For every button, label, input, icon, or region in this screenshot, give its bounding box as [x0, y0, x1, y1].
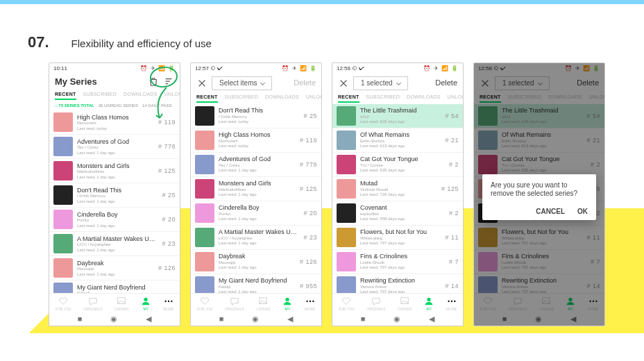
sysnav-recent[interactable]: ■	[361, 314, 366, 324]
series-row[interactable]: Cat Got Your TongueTru / ConnieLast read…	[474, 153, 604, 177]
tab-recent[interactable]: RECENT	[55, 92, 76, 100]
tab-unlocked[interactable]: UNLOCKED	[448, 94, 464, 103]
tab-subscribed[interactable]: SUBSCRIBED	[83, 92, 117, 100]
series-row[interactable]: Flowers, but Not for YouWhiteLattegLast …	[474, 226, 604, 250]
nav-my[interactable]: MY	[424, 296, 434, 311]
series-row[interactable]: Don't Read ThisI Drink MercuryLast read:…	[49, 183, 180, 208]
series-row[interactable]: A Martial Master Wakes Up as…LICO / hoya…	[49, 232, 180, 256]
sysnav-back[interactable]: ◀	[570, 314, 576, 324]
series-row[interactable]: Of What RemainsErilin-StudiosLast read: …	[474, 128, 604, 153]
sysnav-recent[interactable]: ■	[502, 314, 507, 324]
tab-subscribed[interactable]: SUBSCRIBED	[366, 94, 400, 103]
nav-foryou[interactable]: FOR YOU	[480, 296, 496, 311]
tab-subscribed[interactable]: SUBSCRIBED	[508, 94, 542, 103]
sysnav-back[interactable]: ◀	[429, 314, 434, 324]
tab-recent[interactable]: RECENT	[338, 94, 359, 103]
sysnav-back[interactable]: ◀	[146, 314, 151, 324]
sysnav-recent[interactable]: ■	[219, 314, 224, 324]
series-row[interactable]: High Class HomosMomozeriiLast read: toda…	[191, 128, 321, 153]
close-icon[interactable]	[338, 78, 349, 89]
tab-recent[interactable]: RECENT	[196, 94, 218, 103]
series-row[interactable]: Fins & CrinolinesLoelle-ShookLast read: …	[474, 250, 604, 274]
nav-originals[interactable]: ORIGINALS	[366, 296, 385, 311]
delete-button[interactable]: Delete	[577, 78, 599, 87]
series-row[interactable]: Of What RemainsErilin-StudiosLast read: …	[332, 128, 463, 153]
series-row[interactable]: Cat Got Your TongueTru / ConnieLast read…	[332, 153, 463, 177]
delete-button[interactable]: Delete	[435, 78, 457, 87]
tab-unlocked[interactable]: UNLOCKED	[306, 94, 322, 103]
sysnav-home[interactable]: ◉	[252, 314, 259, 324]
series-title: Flowers, but Not for You	[360, 228, 441, 236]
tab-downloads[interactable]: DOWNLOADS	[407, 94, 441, 103]
series-row[interactable]: Fins & CrinolinesLoelle-ShookLast read: …	[332, 250, 463, 274]
series-row[interactable]: Rewriting ExtinctionVarious ArtistsLast …	[332, 274, 463, 293]
sysnav-home[interactable]: ◉	[393, 314, 400, 324]
tab-subscribed[interactable]: SUBSCRIBED	[225, 94, 259, 103]
nav-originals[interactable]: ORIGINALS	[225, 296, 244, 311]
nav-foryou[interactable]: FOR YOU	[56, 296, 71, 311]
sysnav-home[interactable]: ◉	[535, 314, 542, 324]
series-row[interactable]: A Martial Master Wakes Up as…LICO / hoya…	[191, 226, 321, 250]
nav-more[interactable]: MORE	[446, 296, 457, 311]
series-last: Last read: 1 day ago	[77, 175, 154, 180]
nav-my[interactable]: MY	[282, 296, 292, 311]
nav-more[interactable]: MORE	[588, 296, 598, 311]
sysnav-recent[interactable]: ■	[78, 314, 83, 324]
series-episode: # 955	[300, 283, 317, 290]
tab-downloads[interactable]: DOWNLOADS	[265, 94, 299, 103]
series-row[interactable]: Don't Read ThisI Drink MercuryLast read:…	[191, 104, 321, 128]
dialog-ok[interactable]: OK	[577, 208, 588, 216]
series-list[interactable]: The Little Trashmaids0s2Last read: 628 d…	[332, 104, 463, 293]
series-row[interactable]: The Little Trashmaids0s2Last read: 628 d…	[332, 104, 463, 128]
series-row[interactable]: Rewriting ExtinctionVarious ArtistsLast …	[474, 274, 604, 293]
sort-icon[interactable]	[163, 76, 174, 87]
nav-my[interactable]: MY	[566, 296, 575, 311]
series-list[interactable]: High Class HomosMomozeriiLast read: toda…	[49, 110, 180, 293]
series-row[interactable]: Flowers, but Not for YouWhiteLattegLast …	[332, 226, 463, 250]
tab-downloads[interactable]: DOWNLOADS	[124, 92, 158, 100]
select-dropdown[interactable]: Select items	[212, 76, 272, 90]
series-title: Fins & Crinolines	[360, 253, 445, 260]
series-row[interactable]: Cinderella BoyPunkoLast read: 1 day ago#…	[49, 208, 180, 232]
series-row[interactable]: High Class HomosMomozeriiLast read: toda…	[49, 110, 180, 135]
series-row[interactable]: DaybreakMoosoppLast read: 1 day ago# 126	[49, 256, 180, 280]
series-row[interactable]: My Giant Nerd BoyfriendKeikipiLast read:…	[191, 274, 321, 293]
series-thumb	[337, 203, 356, 223]
nav-canvas[interactable]: CANVAS	[115, 296, 128, 311]
nav-my[interactable]: MY	[141, 296, 151, 311]
series-row[interactable]: MutadViolinda MusaliLast read: 729 days …	[332, 177, 463, 201]
select-dropdown[interactable]: 1 selected	[495, 76, 550, 90]
series-row[interactable]: Adventures of GodTeo / CoreyLast read: 1…	[191, 153, 321, 177]
dialog-cancel[interactable]: CANCEL	[536, 208, 565, 216]
series-row[interactable]: My Giant Nerd BoyfriendfishballLast read…	[49, 280, 180, 293]
sysnav-back[interactable]: ◀	[287, 314, 293, 324]
series-row[interactable]: Adventures of GodTeo / CoreyLast read: 1…	[49, 135, 180, 159]
series-row[interactable]: Monsters and GirlslittlefoolishfiresLast…	[49, 159, 180, 183]
nav-canvas[interactable]: CANVAS	[398, 296, 412, 311]
series-list[interactable]: Don't Read ThisI Drink MercuryLast read:…	[191, 104, 321, 293]
nav-canvas[interactable]: CANVAS	[256, 296, 270, 311]
sysnav-home[interactable]: ◉	[110, 314, 117, 324]
tab-downloads[interactable]: DOWNLOADS	[548, 94, 582, 103]
select-dropdown[interactable]: 1 selected	[353, 76, 408, 90]
close-icon[interactable]	[196, 78, 207, 89]
tab-recent[interactable]: RECENT	[480, 94, 501, 103]
close-icon[interactable]	[480, 78, 491, 89]
trash-icon[interactable]	[148, 76, 159, 87]
series-row[interactable]: The Little Trashmaids0s2Last read: 628 d…	[474, 104, 604, 128]
series-row[interactable]: Cinderella BoyPunkoLast read: 1 day ago#…	[191, 201, 321, 226]
series-row[interactable]: CovenantexplodikidLast read: 558 days ag…	[332, 201, 463, 226]
series-row[interactable]: Monsters and GirlslittlefoolishfiresLast…	[191, 177, 321, 201]
nav-canvas[interactable]: CANVAS	[539, 296, 553, 311]
nav-more[interactable]: MORE	[163, 296, 173, 311]
series-row[interactable]: DaybreakMoosoppLast read: 1 day ago# 126	[191, 250, 321, 274]
tab-unlocked[interactable]: UNLOCKED	[589, 94, 605, 103]
nav-foryou[interactable]: FOR YOU	[197, 296, 213, 311]
nav-foryou[interactable]: FOR YOU	[339, 296, 355, 311]
nav-originals[interactable]: ORIGINALS	[508, 296, 527, 311]
nav-more[interactable]: MORE	[305, 296, 315, 311]
series-author: Various Artists	[502, 285, 582, 289]
status-bar: 12:57 ⏲ ✔⏰ ✈ 📶 🔋	[191, 63, 321, 74]
nav-originals[interactable]: ORIGINALS	[83, 296, 102, 311]
tab-unlocked[interactable]: UNLOCKED	[164, 92, 180, 100]
